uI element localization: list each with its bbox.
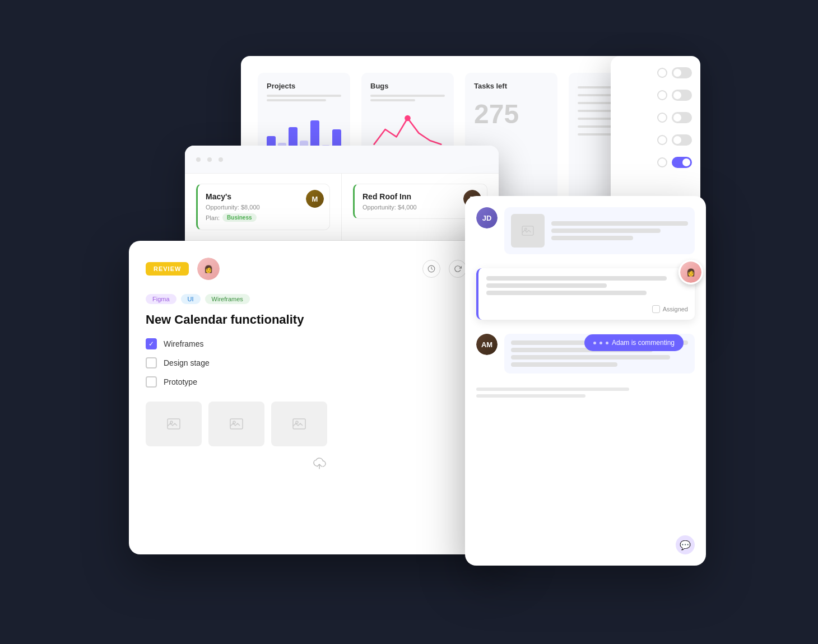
check-item-2: Design stage (146, 357, 493, 368)
projects-line2 (267, 99, 326, 101)
cl9 (511, 355, 670, 360)
assigned-card: Assigned (476, 268, 695, 320)
comment-2-wrapper: Assigned 👩 (476, 268, 695, 320)
crm-header (185, 146, 499, 174)
chat-icon-bubble[interactable]: 💬 (676, 535, 695, 554)
checklist: Wireframes Design stage Prototype (146, 338, 493, 388)
svg-point-0 (405, 115, 411, 122)
tasks-number: 275 (474, 99, 549, 129)
cl5 (486, 283, 607, 288)
check-label-3: Prototype (164, 377, 197, 386)
assigned-card-avatar: 👩 (678, 260, 703, 284)
comment-3-body: Adam is commenting (504, 334, 695, 374)
image-row (146, 402, 493, 446)
image-3 (271, 402, 327, 446)
projects-chart (267, 107, 341, 152)
comment-1-lines (551, 221, 688, 240)
dot1 (593, 342, 596, 344)
commenting-bubble: Adam is commenting (584, 334, 684, 351)
svg-point-8 (296, 421, 298, 423)
toggle-circle-5 (657, 157, 667, 167)
review-badge: REVIEW (146, 262, 189, 276)
image-2 (208, 402, 264, 446)
bugs-line2 (370, 99, 415, 101)
checkbox-2[interactable] (146, 357, 157, 368)
task-title: New Calendar functionality (146, 312, 493, 327)
assigned-label: Assigned (663, 306, 688, 312)
svg-point-6 (233, 421, 235, 423)
comment-3: AM Adam is commenting (476, 334, 695, 374)
toggle-row-1 (619, 67, 692, 78)
check-item-1: Wireframes (146, 338, 493, 349)
cl1 (551, 221, 688, 226)
comment-1-thumbnail (511, 214, 545, 248)
tag-wireframes[interactable]: Wireframes (205, 294, 250, 304)
dot3 (606, 342, 608, 344)
bugs-title: Bugs (370, 82, 445, 90)
bottom-lines (476, 382, 695, 403)
commenting-label: Adam is commenting (612, 339, 675, 347)
checkbox-1[interactable] (146, 338, 157, 349)
check-label-2: Design stage (164, 358, 210, 367)
cl3 (551, 236, 633, 240)
bl2 (476, 394, 585, 398)
red-roof-name: Red Roof Inn (362, 192, 479, 201)
projects-title: Projects (267, 82, 341, 90)
svg-point-4 (170, 421, 173, 423)
task-tags: Figma UI Wireframes (146, 294, 493, 304)
svg-point-10 (525, 228, 527, 231)
comment-3-avatar-img: AM (476, 334, 498, 355)
check-item-3: Prototype (146, 376, 493, 388)
toggle-3[interactable] (672, 112, 692, 123)
tag-figma[interactable]: Figma (146, 294, 176, 304)
crm-dot1 (196, 157, 201, 162)
tag-ui[interactable]: UI (181, 294, 201, 304)
clock-icon-btn[interactable] (422, 260, 440, 278)
toggle-2[interactable] (672, 90, 692, 101)
macys-avatar-img: M (306, 190, 324, 208)
comment-1: JD (476, 207, 695, 254)
comment-1-body (504, 207, 695, 254)
macys-plan-label: Plan: (206, 214, 220, 221)
scene: Projects Bugs (129, 56, 689, 588)
toggle-4[interactable] (672, 134, 692, 146)
task-card: REVIEW 👩 (129, 241, 510, 554)
header-avatar-img: 👩 (197, 258, 220, 280)
bugs-line1 (370, 95, 445, 97)
upload-button[interactable] (146, 458, 493, 470)
red-roof-opp: Opportunity: $4,000 (362, 204, 479, 211)
comments-card: JD (465, 196, 706, 566)
comment-1-image-block (504, 207, 695, 254)
macys-crm-card: Macy's Opportunity: $8,000 Plan: Busines… (196, 184, 330, 230)
comment-2-lines (486, 276, 687, 295)
comment-1-avatar-img: JD (476, 207, 498, 228)
toggle-5[interactable] (672, 157, 692, 168)
toggle-1[interactable] (672, 67, 692, 78)
bugs-chart (370, 107, 445, 152)
toggle-row-4 (619, 134, 692, 146)
comment-3-avatar: AM (476, 334, 498, 355)
macys-badge: Business (222, 213, 256, 222)
macys-name: Macy's (206, 192, 322, 201)
header-user-avatar: 👩 (197, 258, 220, 280)
macys-avatar: M (306, 190, 324, 208)
cl4 (486, 276, 667, 281)
task-card-header: REVIEW 👩 (146, 258, 493, 280)
refresh-icon-btn[interactable] (449, 260, 467, 278)
dot2 (599, 342, 602, 344)
toggle-row-5 (619, 157, 692, 168)
assigned-checkbox[interactable] (652, 305, 660, 313)
cl10 (511, 362, 617, 367)
cl6 (486, 291, 647, 295)
checkbox-3[interactable] (146, 376, 157, 388)
tasks-title: Tasks left (474, 82, 549, 90)
crm-dot2 (207, 157, 212, 162)
macys-opp: Opportunity: $8,000 (206, 204, 322, 211)
comment-1-avatar: JD (476, 207, 498, 228)
cl2 (551, 228, 661, 233)
projects-line1 (267, 95, 341, 97)
bl1 (476, 388, 629, 391)
toggle-circle-4 (657, 135, 667, 145)
toggle-circle-2 (657, 90, 667, 100)
toggle-row-3 (619, 112, 692, 123)
